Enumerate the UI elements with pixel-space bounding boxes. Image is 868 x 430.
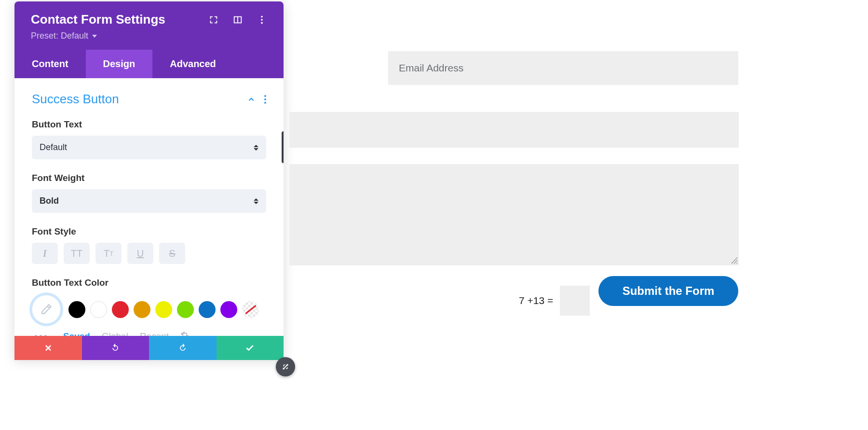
font-style-row: I TT TT U S [32, 243, 266, 264]
button-text-label: Button Text [32, 119, 266, 130]
button-text-value: Default [40, 142, 67, 153]
uppercase-toggle[interactable]: TT [64, 243, 90, 264]
font-style-label: Font Style [32, 226, 266, 237]
scrollbar-thumb[interactable] [282, 131, 284, 163]
color-swatch-green[interactable] [177, 301, 194, 318]
drag-handle-icon[interactable] [35, 335, 47, 336]
color-swatch-row [32, 295, 266, 324]
color-swatch-red[interactable] [112, 301, 129, 318]
caret-down-icon [92, 35, 97, 38]
font-weight-value: Bold [40, 196, 59, 206]
color-swatch-blue[interactable] [199, 301, 216, 318]
button-text-select[interactable]: Default [32, 136, 266, 159]
strikethrough-toggle[interactable]: S [159, 243, 185, 264]
captcha-text: 7 +13 = [519, 295, 553, 306]
redo-button[interactable] [149, 336, 217, 360]
email-field[interactable] [388, 51, 738, 85]
svg-point-1 [261, 19, 263, 21]
tab-content[interactable]: Content [14, 50, 86, 78]
settings-panel: Contact Form Settings Preset: Default Co… [14, 1, 284, 360]
color-swatch-purple[interactable] [220, 301, 237, 318]
palette-tabs: Saved Global Recent [32, 324, 266, 336]
panel-body: Success Button Button Text Default Font … [14, 78, 284, 336]
svg-line-5 [732, 258, 738, 264]
tab-advanced[interactable]: Advanced [152, 50, 233, 78]
italic-toggle[interactable]: I [32, 243, 58, 264]
textarea-resize-icon[interactable] [730, 256, 738, 264]
preset-label: Preset: Default [31, 31, 88, 41]
smallcaps-toggle[interactable]: TT [95, 243, 122, 264]
tabbar: Content Design Advanced [14, 50, 284, 78]
preset-dropdown[interactable]: Preset: Default [31, 31, 97, 41]
color-swatch-white[interactable] [90, 301, 107, 318]
color-swatch-yellow[interactable] [155, 301, 172, 318]
collapse-icon[interactable] [247, 95, 256, 104]
section-title: Success Button [32, 92, 119, 107]
message-field[interactable] [289, 164, 739, 265]
cancel-button[interactable] [14, 336, 82, 360]
palette-tab-global[interactable]: Global [102, 331, 128, 336]
section-kebab-icon[interactable] [264, 95, 266, 104]
color-swatch-transparent[interactable] [242, 301, 259, 318]
color-swatch-orange[interactable] [134, 301, 150, 318]
resize-panel-handle[interactable] [276, 357, 295, 376]
action-bar [14, 336, 284, 360]
button-text-color-label: Button Text Color [32, 277, 266, 288]
svg-point-0 [261, 15, 263, 17]
palette-tab-recent[interactable]: Recent [140, 331, 169, 336]
kebab-menu-icon[interactable] [257, 14, 267, 25]
select-caret-icon [254, 145, 258, 151]
font-weight-label: Font Weight [32, 173, 266, 183]
fullscreen-icon[interactable] [208, 14, 219, 25]
layout-icon[interactable] [232, 14, 243, 25]
font-weight-select[interactable]: Bold [32, 189, 266, 213]
svg-point-2 [261, 22, 263, 24]
color-swatch-black[interactable] [68, 301, 85, 318]
subject-field[interactable] [289, 112, 739, 148]
undo-button[interactable] [82, 336, 149, 360]
captcha-input[interactable] [560, 286, 590, 316]
eyedropper-swatch[interactable] [32, 295, 61, 324]
save-button[interactable] [217, 336, 284, 360]
submit-button[interactable]: Submit the Form [598, 276, 738, 306]
panel-header: Contact Form Settings Preset: Default [14, 1, 284, 50]
tab-design[interactable]: Design [86, 50, 153, 78]
svg-line-7 [736, 263, 737, 264]
palette-settings-icon[interactable] [180, 331, 189, 336]
underline-toggle[interactable]: U [127, 243, 153, 264]
captcha: 7 +13 = [519, 286, 590, 316]
panel-title: Contact Form Settings [31, 12, 165, 27]
select-caret-icon [254, 198, 258, 204]
palette-tab-saved[interactable]: Saved [63, 331, 90, 336]
